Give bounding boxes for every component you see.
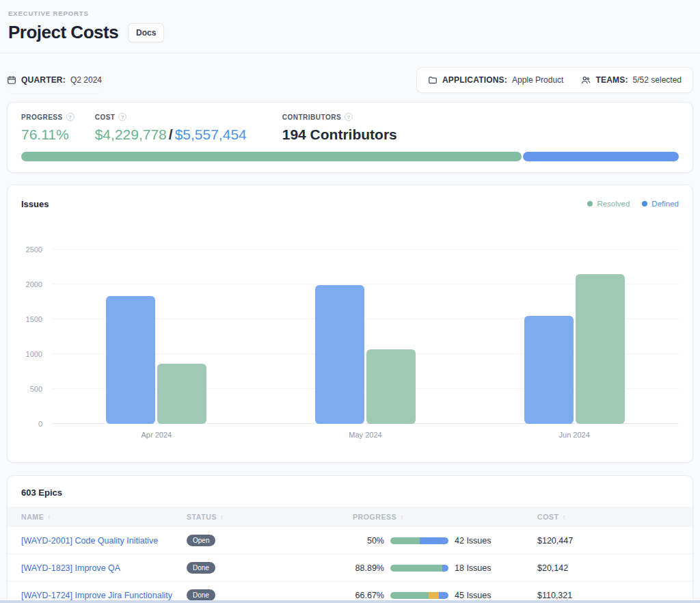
x-axis-label: Apr 2024 (142, 431, 172, 439)
bar-group-apr-2024: Apr 2024 (106, 250, 206, 424)
epic-link[interactable]: [WAYD-1823] Improve QA (21, 563, 120, 573)
y-axis-tick: 0 (38, 420, 42, 428)
contributors-stat-value: 194 Contributors (282, 126, 397, 143)
issues-bar-chart: 05001000150020002500 Apr 2024May 2024Jun… (21, 250, 679, 424)
epic-cost: $120,447 (537, 536, 573, 546)
column-header-label: NAME (21, 513, 44, 521)
applications-filter-value: Apple Product (512, 75, 563, 85)
status-badge: Open (187, 535, 215, 546)
page-header: EXECUTIVE REPORTS Project Costs Docs (0, 0, 700, 53)
cost-total: $5,557,454 (175, 126, 247, 142)
column-header-progress[interactable]: PROGRESS↑ (353, 513, 537, 521)
bar-group-jun-2024: Jun 2024 (524, 250, 625, 424)
quarter-filter-label: QUARTER: (21, 75, 66, 85)
epic-progress-bar (390, 565, 448, 572)
cost-spent: $4,229,778 (95, 126, 167, 142)
contributors-stat-label: CONTRIBUTORS (282, 113, 341, 121)
status-badge: Done (187, 562, 215, 574)
info-icon[interactable]: ? (66, 113, 75, 121)
x-axis-label: Jun 2024 (559, 431, 590, 439)
epics-title: 603 Epics (8, 476, 692, 507)
epic-link[interactable]: [WAYD-2001] Code Quality Initiative (21, 536, 158, 546)
sort-arrow-icon: ↑ (563, 513, 567, 521)
applications-filter-label: APPLICATIONS: (442, 75, 507, 85)
epics-card: 603 Epics NAME↑STATUS↑PROGRESS↑COST↑ [WA… (7, 475, 693, 603)
progress-stat-label: PROGRESS (21, 113, 63, 121)
bar-resolved[interactable] (157, 364, 206, 424)
status-badge: Done (187, 589, 215, 601)
progress-segment-green (390, 565, 442, 572)
progress-stat: PROGRESS ? 76.11% (21, 113, 75, 143)
legend-label: Defined (651, 200, 679, 208)
overall-progress-bar (21, 152, 679, 161)
page-title: Project Costs (8, 22, 118, 43)
progress-bar-resolved-segment (21, 152, 522, 161)
issues-chart-card: Issues ResolvedDefined 05001000150020002… (7, 185, 693, 463)
users-icon (581, 75, 591, 85)
applications-filter[interactable]: APPLICATIONS: Apple Product (428, 75, 563, 85)
legend-item-resolved[interactable]: Resolved (587, 200, 630, 208)
bar-defined[interactable] (315, 285, 364, 424)
filters-bar: QUARTER: Q2 2024 APPLICATIONS: Apple Pro… (7, 67, 693, 93)
legend-dot (642, 201, 647, 206)
progress-segment-blue (439, 592, 448, 599)
issues-count: 18 Issues (455, 563, 492, 573)
legend-item-defined[interactable]: Defined (642, 200, 679, 208)
epic-progress-bar (390, 537, 448, 544)
chart-title: Issues (21, 199, 49, 209)
quarter-filter-value: Q2 2024 (70, 75, 102, 85)
docs-button[interactable]: Docs (128, 23, 164, 42)
folder-icon (428, 75, 438, 85)
info-icon[interactable]: ? (118, 113, 126, 121)
column-header-label: STATUS (187, 513, 217, 521)
chart-legend: ResolvedDefined (587, 200, 679, 208)
info-icon[interactable]: ? (345, 113, 353, 121)
epic-link[interactable]: [WAYD-1724] Improve Jira Functionality (21, 591, 172, 600)
column-header-status[interactable]: STATUS↑ (187, 513, 353, 521)
bar-group-may-2024: May 2024 (315, 250, 416, 424)
bar-resolved[interactable] (576, 274, 625, 424)
bar-defined[interactable] (106, 296, 155, 424)
bar-defined[interactable] (524, 316, 574, 424)
progress-percent: 88.89% (353, 563, 384, 573)
epic-progress-bar (390, 592, 448, 599)
epics-table-body: [WAYD-2001] Code Quality InitiativeOpen5… (8, 527, 692, 603)
project-costs-page: EXECUTIVE REPORTS Project Costs Docs QUA… (0, 0, 700, 603)
column-header-label: COST (537, 513, 559, 521)
epics-table-header: NAME↑STATUS↑PROGRESS↑COST↑ (8, 507, 692, 527)
table-row: [WAYD-1823] Improve QADone88.89%18 Issue… (8, 554, 692, 582)
column-header-label: PROGRESS (353, 513, 396, 521)
legend-dot (587, 201, 593, 206)
y-axis-tick: 1500 (26, 315, 42, 323)
cost-stat: COST ? $4,229,778/$5,557,454 (95, 113, 247, 143)
y-axis-tick: 500 (30, 385, 42, 393)
progress-segment-blue (442, 565, 448, 572)
y-axis-tick: 2000 (26, 280, 42, 289)
teams-filter[interactable]: TEAMS: 5/52 selected (581, 75, 682, 85)
epic-cost: $20,142 (537, 563, 568, 573)
cost-separator: / (167, 126, 175, 142)
sort-arrow-icon: ↑ (400, 513, 404, 521)
quarter-filter[interactable]: QUARTER: Q2 2024 (7, 67, 102, 93)
table-row: [WAYD-2001] Code Quality InitiativeOpen5… (8, 527, 692, 554)
column-header-cost[interactable]: COST↑ (537, 513, 692, 521)
y-axis: 05001000150020002500 (21, 250, 52, 424)
cost-stat-label: COST (95, 113, 116, 121)
column-header-name[interactable]: NAME↑ (21, 513, 187, 521)
bar-resolved[interactable] (366, 349, 416, 424)
teams-filter-label: TEAMS: (595, 75, 628, 85)
scope-filters: APPLICATIONS: Apple Product TEAMS: 5/52 … (416, 67, 693, 93)
sort-arrow-icon: ↑ (47, 513, 51, 521)
progress-segment-yellow (429, 592, 439, 599)
x-axis-label: May 2024 (349, 431, 381, 439)
progress-percent: 50% (353, 536, 384, 546)
legend-label: Resolved (597, 200, 630, 208)
summary-card: PROGRESS ? 76.11% COST ? $4,229,778/$5,5… (7, 102, 693, 173)
progress-segment-blue (420, 537, 449, 544)
issues-count: 42 Issues (455, 536, 492, 546)
issues-count: 45 Issues (455, 591, 492, 600)
teams-filter-value: 5/52 selected (633, 75, 682, 85)
progress-percent: 66.67% (353, 591, 384, 600)
calendar-icon (7, 75, 16, 85)
y-axis-tick: 2500 (26, 245, 42, 254)
